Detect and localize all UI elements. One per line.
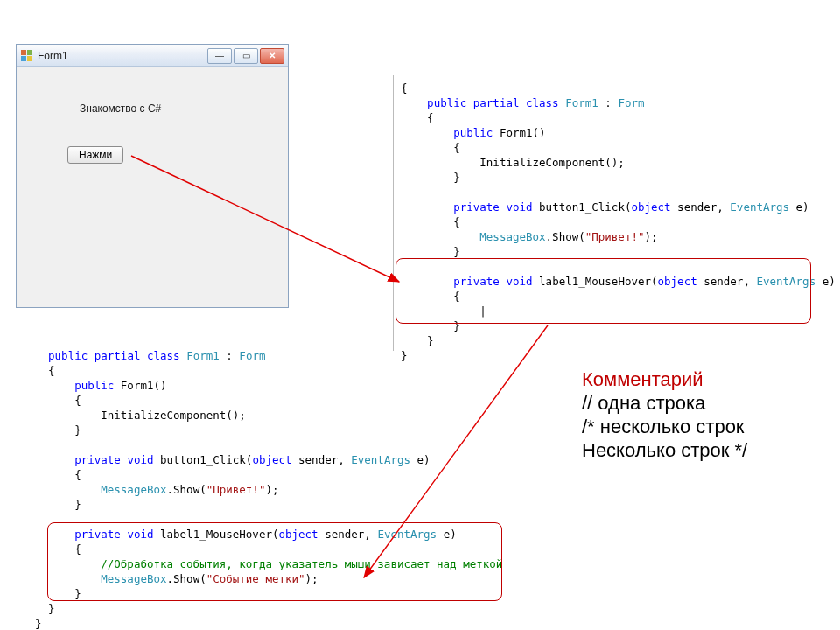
commentary-header: Комментарий: [582, 368, 747, 391]
maximize-button[interactable]: ▭: [234, 48, 258, 64]
form-body: Знакомство с C# Нажми: [17, 67, 288, 307]
callout-bottom: [47, 522, 502, 601]
callout-top: [396, 258, 811, 324]
window-title: Form1: [38, 50, 68, 62]
commentary-sidebar: Комментарий // одна строка /* несколько …: [582, 368, 747, 462]
commentary-line3: Несколько строк */: [582, 438, 747, 462]
app-icon: [20, 50, 32, 62]
titlebar[interactable]: Form1 — ▭ ✕: [17, 45, 288, 67]
commentary-line2: /* несколько строк: [582, 415, 747, 438]
minimize-button[interactable]: —: [207, 48, 232, 64]
label1[interactable]: Знакомство с C#: [80, 102, 161, 115]
button1[interactable]: Нажми: [67, 146, 123, 164]
commentary-line1: // одна строка: [582, 391, 747, 415]
code-gutter: [393, 75, 394, 351]
form-window: Form1 — ▭ ✕ Знакомство с C# Нажми: [16, 44, 289, 308]
close-button[interactable]: ✕: [260, 48, 284, 64]
